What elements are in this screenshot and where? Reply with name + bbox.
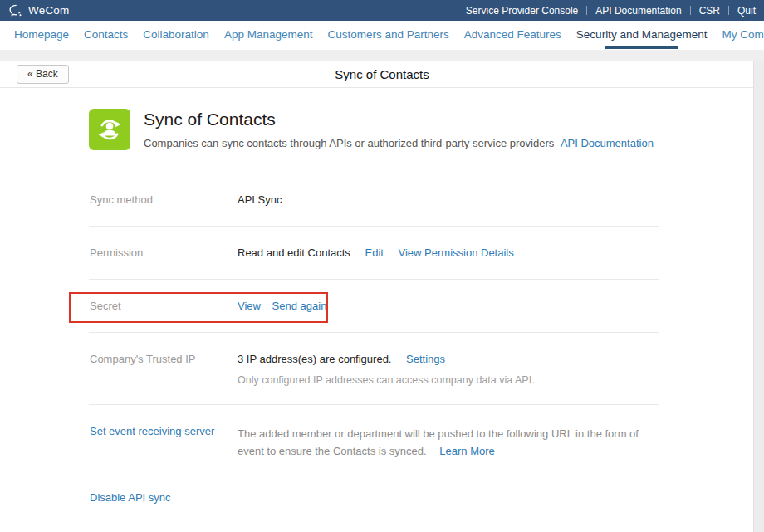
main-nav: Homepage Contacts Collaboration App Mana… (0, 21, 764, 50)
content-area: Sync of Contacts Companies can sync cont… (0, 88, 753, 532)
wecom-bubble-icon (8, 3, 23, 18)
vertical-scrollbar[interactable] (753, 61, 764, 532)
row-event-server: Set event receiving server The added mem… (89, 404, 659, 476)
nav-item-homepage[interactable]: Homepage (7, 21, 76, 50)
view-permission-details-link[interactable]: View Permission Details (399, 246, 514, 259)
trusted-ip-note: Only configured IP addresses can access … (238, 374, 535, 386)
app-header-text: Sync of Contacts Companies can sync cont… (144, 109, 654, 150)
sync-method-value: API Sync (238, 193, 282, 206)
trusted-ip-line: 3 IP address(es) are configured. Setting… (238, 353, 535, 365)
separator (690, 6, 691, 15)
topbar-links: Service Provider Console API Documentati… (466, 5, 756, 17)
app-subtitle: Companies can sync contacts through APIs… (144, 137, 654, 149)
disable-api-sync-link[interactable]: Disable API sync (90, 491, 171, 504)
app-title: Sync of Contacts (144, 110, 654, 129)
sub-header: Sync of Contacts « Back (0, 61, 764, 88)
api-documentation-content-link[interactable]: API Documentation (561, 137, 654, 149)
view-secret-link[interactable]: View (238, 300, 261, 312)
page-background-strip (0, 50, 764, 61)
top-bar: WeCom Service Provider Console API Docum… (0, 0, 764, 21)
page-title: Sync of Contacts (0, 61, 764, 88)
sync-method-label: Sync method (90, 193, 238, 206)
quit-link[interactable]: Quit (737, 5, 756, 17)
event-server-description-text: The added member or department will be p… (238, 427, 639, 457)
service-provider-console-link[interactable]: Service Provider Console (466, 5, 578, 17)
separator (728, 6, 729, 15)
nav-item-customers-and-partners[interactable]: Customers and Partners (320, 21, 456, 50)
nav-item-contacts[interactable]: Contacts (76, 21, 135, 50)
trusted-ip-value: 3 IP address(es) are configured. (238, 353, 391, 365)
edit-permission-link[interactable]: Edit (365, 246, 384, 259)
api-documentation-link[interactable]: API Documentation (595, 5, 681, 17)
row-trusted-ip: Company's Trusted IP 3 IP address(es) ar… (89, 332, 659, 404)
csr-link[interactable]: CSR (699, 5, 720, 17)
permission-label: Permission (90, 246, 238, 259)
row-disable-api-sync: Disable API sync (89, 476, 659, 520)
brand-name: WeCom (28, 4, 70, 17)
permission-value: Read and edit Contacts (238, 246, 350, 259)
row-permission: Permission Read and edit Contacts Edit V… (89, 226, 659, 279)
subtitle-text: Companies can sync contacts through APIs… (144, 137, 554, 149)
nav-item-app-management[interactable]: App Management (217, 21, 321, 50)
nav-item-advanced-features[interactable]: Advanced Features (457, 21, 569, 50)
contacts-sync-icon (89, 109, 130, 150)
send-secret-again-link[interactable]: Send again (272, 300, 327, 312)
set-event-server-link[interactable]: Set event receiving server (90, 425, 238, 460)
settings-list: Sync method API Sync Permission Read and… (89, 173, 659, 520)
trusted-ip-label: Company's Trusted IP (90, 353, 238, 386)
back-button[interactable]: « Back (17, 65, 69, 84)
trusted-ip-settings-link[interactable]: Settings (406, 353, 445, 365)
row-sync-method: Sync method API Sync (89, 173, 659, 226)
event-server-description: The added member or department will be p… (238, 425, 659, 460)
nav-item-security-and-management[interactable]: Security and Management (569, 21, 715, 50)
nav-item-collaboration[interactable]: Collaboration (135, 21, 217, 50)
set-event-server-label[interactable]: Set event receiving server (90, 425, 214, 437)
nav-item-my-company[interactable]: My Company (714, 21, 764, 50)
separator (586, 6, 587, 15)
secret-label: Secret (90, 300, 238, 312)
learn-more-link[interactable]: Learn More (439, 445, 494, 457)
wecom-logo[interactable]: WeCom (8, 3, 70, 18)
app-header: Sync of Contacts Companies can sync cont… (89, 109, 753, 150)
row-secret: Secret View Send again (89, 279, 659, 332)
